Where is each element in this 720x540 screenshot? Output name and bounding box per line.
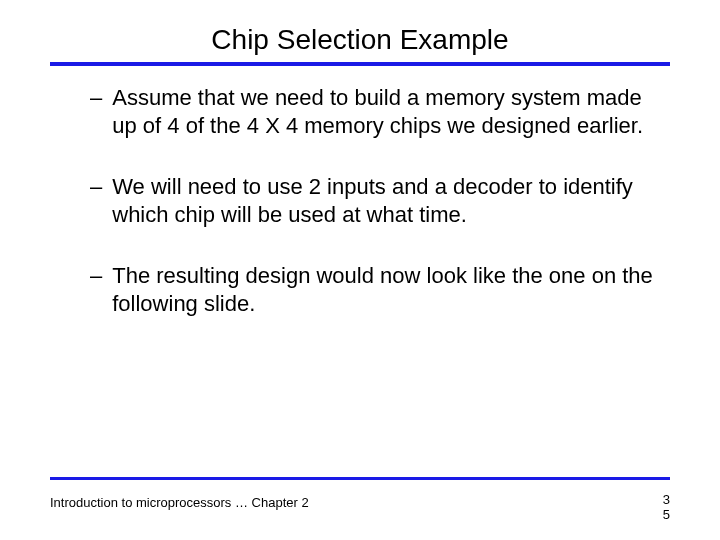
dash-icon: – [90,173,102,201]
slide-title: Chip Selection Example [50,24,670,62]
title-divider [50,62,670,66]
page-number-bottom: 5 [656,508,670,522]
page-number: 3 5 [656,493,670,522]
bullet-text: We will need to use 2 inputs and a decod… [112,173,660,228]
dash-icon: – [90,84,102,112]
bullet-list: – Assume that we need to build a memory … [50,84,670,317]
list-item: – The resulting design would now look li… [90,262,660,317]
bullet-text: The resulting design would now look like… [112,262,660,317]
page-number-top: 3 [656,493,670,507]
list-item: – Assume that we need to build a memory … [90,84,660,139]
footer-divider [50,477,670,480]
footer-text: Introduction to microprocessors … Chapte… [50,495,309,510]
slide: Chip Selection Example – Assume that we … [0,0,720,540]
dash-icon: – [90,262,102,290]
list-item: – We will need to use 2 inputs and a dec… [90,173,660,228]
bullet-text: Assume that we need to build a memory sy… [112,84,660,139]
